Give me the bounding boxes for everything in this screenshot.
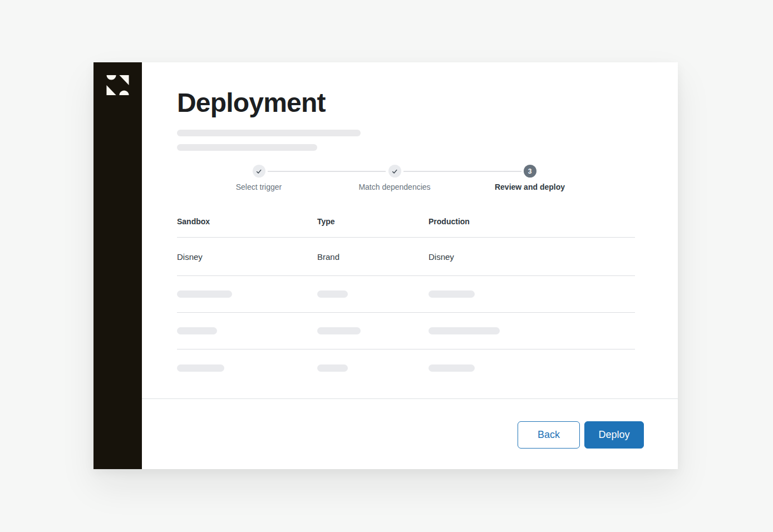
skeleton-bar [429, 327, 500, 334]
skeleton-bar [429, 364, 475, 372]
skeleton-bar [317, 290, 348, 298]
skeleton-line [177, 144, 317, 151]
skeleton-bar [317, 327, 361, 334]
table-row-loading [177, 349, 635, 386]
step-label: Select trigger [236, 183, 282, 191]
page-background: Deployment Select tri [0, 0, 773, 532]
page-title: Deployment [177, 87, 635, 118]
footer-action-bar: Back Deploy [142, 398, 678, 469]
deploy-button[interactable]: Deploy [584, 421, 644, 449]
review-table: Sandbox Type Production Disney Brand Dis… [177, 217, 635, 386]
step-complete-circle [388, 165, 401, 178]
column-header-sandbox: Sandbox [177, 217, 317, 226]
skeleton-line [177, 130, 361, 136]
step-select-trigger[interactable]: Select trigger [191, 165, 327, 191]
check-icon [391, 168, 398, 175]
zendesk-logo-icon [106, 74, 129, 96]
skeleton-bar [177, 364, 224, 372]
step-review-and-deploy[interactable]: 3 Review and deploy [462, 165, 598, 191]
subtitle-skeleton [177, 130, 635, 151]
step-complete-circle [253, 165, 265, 178]
skeleton-bar [177, 327, 217, 334]
skeleton-bar [177, 290, 232, 298]
main-panel: Deployment Select tri [142, 62, 678, 469]
back-button[interactable]: Back [518, 421, 580, 449]
step-label: Review and deploy [495, 183, 565, 191]
step-number-circle: 3 [524, 165, 536, 178]
column-header-production: Production [429, 217, 635, 226]
column-header-type: Type [317, 217, 429, 226]
cell-sandbox: Disney [177, 252, 317, 262]
content-area: Deployment Select tri [142, 62, 678, 398]
skeleton-bar [429, 290, 475, 298]
sidebar [93, 62, 142, 469]
cell-type: Brand [317, 252, 429, 262]
skeleton-bar [317, 364, 348, 372]
table-row-loading [177, 313, 635, 349]
cell-production: Disney [429, 252, 635, 262]
table-row-loading [177, 276, 635, 313]
step-match-dependencies[interactable]: Match dependencies [327, 165, 462, 191]
stepper: Select trigger Match dependencies 3 Revi… [177, 165, 635, 199]
table-row: Disney Brand Disney [177, 238, 635, 276]
table-header-row: Sandbox Type Production [177, 217, 635, 238]
check-icon [255, 168, 262, 175]
step-label: Match dependencies [358, 183, 430, 191]
deployment-modal: Deployment Select tri [93, 62, 678, 469]
